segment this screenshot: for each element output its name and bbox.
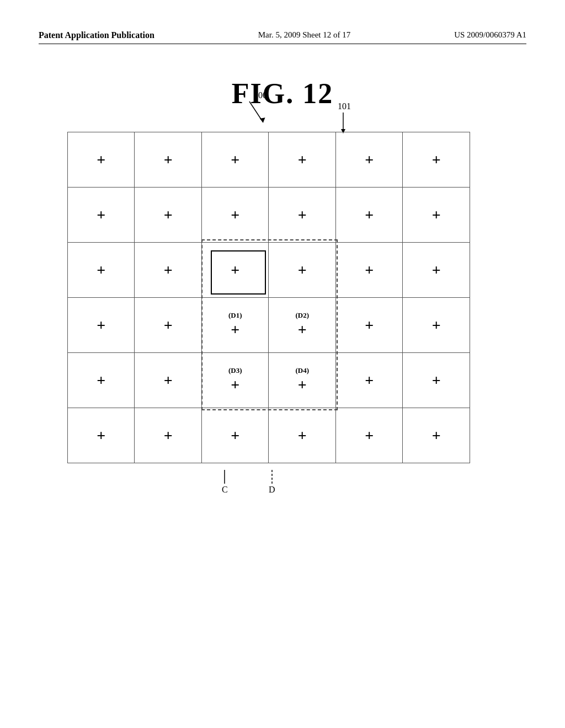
d1-label: (D1) [202,312,269,319]
plus-symbol: + [432,427,441,444]
d2-label: (D2) [269,312,335,319]
cell-r4c6: + [403,298,470,353]
table-row: + + + + + + [68,188,470,243]
plus-symbol: + [164,261,173,279]
d2-plus: + [269,321,335,339]
cell-r5c2: + [135,353,201,408]
cell-r6c1: + [68,408,135,463]
label-c-group: C [222,470,228,495]
plus-symbol: + [365,151,374,168]
d4-label: (D4) [269,367,335,374]
table-row: + + (D3) + (D4) + + + [68,353,470,408]
cell-r6c3: + [201,408,269,463]
cell-r1c4: + [269,132,336,188]
diagram-area: 100 101 [67,132,498,504]
label-d: D [269,485,275,495]
plus-symbol: + [231,261,239,279]
cell-r1c6: + [403,132,470,188]
plus-symbol: + [164,151,173,168]
plus-symbol: + [97,317,105,334]
publication-label: Patent Application Publication [39,30,154,40]
cell-d2: (D2) + [269,298,336,353]
table-row: + + + + + + [68,408,470,463]
plus-symbol: + [432,151,441,168]
cell-r3c4: + [269,243,336,298]
cell-r2c5: + [335,188,402,243]
cell-r2c3: + [201,188,269,243]
cell-r5c1: + [68,353,135,408]
plus-symbol: + [298,261,307,279]
plus-symbol: + [97,151,105,168]
cell-d4: (D4) + [269,353,336,408]
plus-symbol: + [298,151,307,168]
plus-symbol: + [432,372,441,389]
d1-plus: + [202,321,269,339]
d4-plus: + [269,376,335,394]
plus-symbol: + [164,372,173,389]
plus-symbol: + [365,317,374,334]
plus-symbol: + [298,206,307,223]
cell-r6c4: + [269,408,336,463]
cell-r1c1: + [68,132,135,188]
plus-symbol: + [97,261,105,279]
cell-r6c6: + [403,408,470,463]
plus-symbol: + [231,206,239,223]
cell-r2c2: + [135,188,201,243]
plus-symbol: + [164,317,173,334]
cell-d3: (D3) + [201,353,269,408]
label-c: C [222,485,228,495]
plus-symbol: + [231,151,239,168]
figure-title: FIG. 12 [39,77,526,110]
plus-symbol: + [231,427,239,444]
label-101-group: 101 [338,101,365,135]
cell-r3c1: + [68,243,135,298]
cell-r6c5: + [335,408,402,463]
cell-r3c2: + [135,243,201,298]
cell-r1c3: + [201,132,269,188]
cell-r5c5: + [335,353,402,408]
plus-symbol: + [365,427,374,444]
label-100-group: 100 [244,90,277,124]
plus-symbol: + [365,372,374,389]
bottom-labels-area: C D [67,465,470,504]
cell-r1c5: + [335,132,402,188]
grid-table: + + + + + + + + + + + + [67,132,470,463]
patent-number: US 2009/0060379 A1 [454,30,526,40]
label-101: 101 [338,101,351,111]
table-row: + + + + + + [68,243,470,298]
cell-r4c1: + [68,298,135,353]
table-row: + + (D1) + (D2) + + + [68,298,470,353]
cell-r3c5: + [335,243,402,298]
cell-d1: (D1) + [201,298,269,353]
d3-label: (D3) [202,367,269,374]
plus-symbol: + [97,427,105,444]
plus-symbol: + [365,206,374,223]
plus-symbol: + [97,372,105,389]
cell-r6c2: + [135,408,201,463]
grid-wrapper: + + + + + + + + + + + + [67,132,470,463]
label-d-group: D [269,470,275,495]
cell-r1c2: + [135,132,201,188]
cell-r3c6: + [403,243,470,298]
table-row: + + + + + + [68,132,470,188]
plus-symbol: + [432,261,441,279]
plus-symbol: + [365,261,374,279]
cell-r2c4: + [269,188,336,243]
sheet-info: Mar. 5, 2009 Sheet 12 of 17 [258,30,350,40]
plus-symbol: + [164,206,173,223]
page: Patent Application Publication Mar. 5, 2… [0,0,565,728]
page-header: Patent Application Publication Mar. 5, 2… [39,30,526,44]
cell-r4c5: + [335,298,402,353]
d3-plus: + [202,376,269,394]
plus-symbol: + [298,427,307,444]
plus-symbol: + [164,427,173,444]
plus-symbol: + [432,206,441,223]
cell-r3c3: + [201,243,269,298]
cell-r2c6: + [403,188,470,243]
plus-symbol: + [97,206,105,223]
label-100: 100 [254,90,267,100]
cell-r4c2: + [135,298,201,353]
cell-r2c1: + [68,188,135,243]
plus-symbol: + [432,317,441,334]
cell-r5c6: + [403,353,470,408]
